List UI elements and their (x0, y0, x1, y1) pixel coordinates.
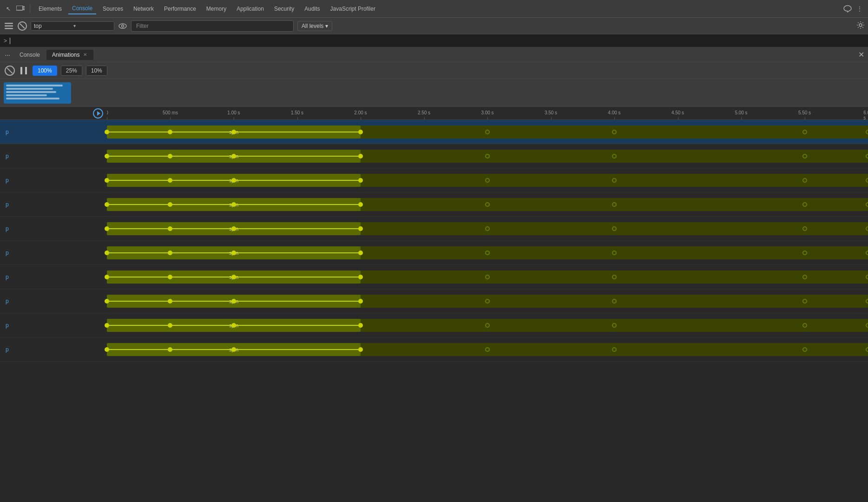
elements-tab[interactable]: Elements (35, 4, 66, 14)
kf-dot-1-0[interactable] (105, 154, 109, 159)
kf-dot-5-2[interactable] (231, 251, 236, 255)
repeat-dot-6-1[interactable] (612, 275, 617, 279)
repeat-dot-3-2[interactable] (802, 202, 807, 207)
repeat-dot-0-2[interactable] (802, 130, 807, 134)
playhead-icon[interactable] (93, 108, 103, 119)
anim-row-label-1[interactable]: p (0, 153, 107, 159)
kf-dot-8-1[interactable] (168, 323, 172, 328)
close-panel-icon[interactable]: ✕ (856, 48, 866, 61)
kf-dot-1-1[interactable] (168, 154, 172, 159)
kf-dot-3-0[interactable] (105, 202, 109, 207)
filter-input[interactable] (134, 22, 290, 30)
kf-dot-3-1[interactable] (168, 202, 172, 207)
kf-dot-6-0[interactable] (105, 275, 109, 279)
kf-dot-2-0[interactable] (105, 178, 109, 183)
audits-tab[interactable]: Audits (301, 4, 323, 14)
repeat-dot-4-0[interactable] (485, 226, 490, 231)
animation-preview[interactable] (4, 82, 71, 104)
anim-row-label-9[interactable]: p (0, 346, 107, 353)
kf-dot-9-3[interactable] (358, 347, 363, 352)
kf-dot-7-2[interactable] (231, 299, 236, 304)
no-logs-icon[interactable] (18, 21, 27, 31)
kf-dot-0-1[interactable] (168, 130, 172, 134)
animations-panel-tab[interactable]: Animations ✕ (46, 50, 93, 60)
repeat-dot-8-0[interactable] (485, 323, 490, 328)
security-tab[interactable]: Security (270, 4, 298, 14)
repeat-dot-1-3[interactable] (866, 154, 868, 159)
repeat-dot-8-1[interactable] (612, 323, 617, 328)
kf-dot-9-0[interactable] (105, 347, 109, 352)
device-tool-icon[interactable] (16, 4, 25, 13)
repeat-dot-3-3[interactable] (866, 202, 868, 207)
kf-dot-4-1[interactable] (168, 226, 172, 231)
repeat-dot-4-3[interactable] (866, 226, 868, 231)
repeat-dot-4-1[interactable] (612, 226, 617, 231)
repeat-dot-6-3[interactable] (866, 275, 868, 279)
kf-dot-7-3[interactable] (358, 299, 363, 304)
kf-dot-4-2[interactable] (231, 226, 236, 231)
application-tab[interactable]: Application (233, 4, 268, 14)
repeat-dot-8-2[interactable] (802, 323, 807, 328)
anim-row-label-3[interactable]: p (0, 201, 107, 208)
repeat-dot-1-2[interactable] (802, 154, 807, 159)
levels-dropdown[interactable]: All levels ▾ (297, 21, 332, 31)
sources-tab[interactable]: Sources (99, 4, 127, 14)
kf-dot-0-3[interactable] (358, 130, 363, 134)
clear-anim-icon[interactable] (5, 66, 15, 76)
repeat-dot-5-2[interactable] (802, 251, 807, 255)
pause-icon[interactable] (19, 66, 29, 76)
kf-dot-3-2[interactable] (231, 202, 236, 207)
kf-dot-3-3[interactable] (358, 202, 363, 207)
repeat-dot-3-1[interactable] (612, 202, 617, 207)
kf-dot-5-3[interactable] (358, 251, 363, 255)
kf-dot-0-0[interactable] (105, 130, 109, 134)
repeat-dot-6-0[interactable] (485, 275, 490, 279)
repeat-dot-2-2[interactable] (802, 178, 807, 183)
repeat-dot-3-0[interactable] (485, 202, 490, 207)
repeat-dot-9-3[interactable] (866, 347, 868, 352)
repeat-dot-5-1[interactable] (612, 251, 617, 255)
kf-dot-2-2[interactable] (231, 178, 236, 183)
cursor-tool-icon[interactable]: ↖ (4, 4, 13, 13)
repeat-dot-2-3[interactable] (866, 178, 868, 183)
repeat-dot-0-1[interactable] (612, 130, 617, 134)
repeat-dot-2-0[interactable] (485, 178, 490, 183)
speed-10-btn[interactable]: 10% (86, 66, 107, 76)
kf-dot-9-2[interactable] (231, 347, 236, 352)
context-selector[interactable]: top ▾ (31, 21, 114, 31)
repeat-dot-7-0[interactable] (485, 299, 490, 304)
kf-dot-6-1[interactable] (168, 275, 172, 279)
eye-icon[interactable] (118, 21, 127, 31)
anim-row-label-6[interactable]: p (0, 274, 107, 280)
repeat-dot-7-3[interactable] (866, 299, 868, 304)
kf-dot-1-2[interactable] (231, 154, 236, 159)
kf-dot-1-3[interactable] (358, 154, 363, 159)
performance-tab[interactable]: Performance (160, 4, 200, 14)
gear-icon[interactable] (857, 21, 864, 31)
speed-25-btn[interactable]: 25% (61, 66, 82, 76)
console-tab[interactable]: Console (68, 3, 96, 14)
kf-dot-4-3[interactable] (358, 226, 363, 231)
kf-dot-4-0[interactable] (105, 226, 109, 231)
kf-dot-7-1[interactable] (168, 299, 172, 304)
anim-row-label-4[interactable]: p (0, 225, 107, 232)
kf-dot-6-3[interactable] (358, 275, 363, 279)
repeat-dot-6-2[interactable] (802, 275, 807, 279)
kf-dot-5-1[interactable] (168, 251, 172, 255)
kf-dot-2-1[interactable] (168, 178, 172, 183)
kf-dot-8-0[interactable] (105, 323, 109, 328)
js-profiler-tab[interactable]: JavaScript Profiler (327, 4, 379, 14)
repeat-dot-9-1[interactable] (612, 347, 617, 352)
repeat-dot-7-2[interactable] (802, 299, 807, 304)
anim-row-label-5[interactable]: p (0, 250, 107, 256)
more-tabs-icon[interactable]: ··· (2, 49, 13, 60)
kf-dot-9-1[interactable] (168, 347, 172, 352)
repeat-dot-5-3[interactable] (866, 251, 868, 255)
kf-dot-6-2[interactable] (231, 275, 236, 279)
repeat-dot-9-2[interactable] (802, 347, 807, 352)
anim-row-label-8[interactable]: p (0, 322, 107, 329)
kf-dot-0-2[interactable] (231, 130, 236, 134)
network-tab[interactable]: Network (130, 4, 158, 14)
repeat-dot-1-1[interactable] (612, 154, 617, 159)
repeat-dot-7-1[interactable] (612, 299, 617, 304)
